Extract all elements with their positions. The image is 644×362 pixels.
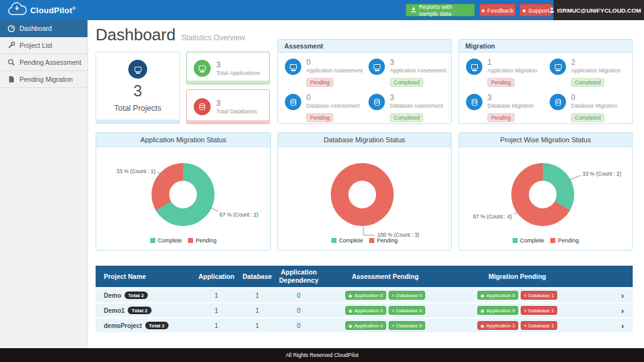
total-projects-card: 3 Total Projects [96,52,180,124]
database-icon [369,94,385,110]
app-badge-icon: ◉ [348,324,352,328]
status-badge: Completed [390,113,423,122]
reports-sample-data-button[interactable]: Reports with sample data [406,4,475,16]
db-badge-icon: ≡ [392,293,394,298]
app-migration-completed-stat: 2 Application Migration Completed [550,59,621,87]
assessment-database-badge: ≡Database 0 [389,321,425,330]
support-button[interactable]: ◆ Support [519,4,552,16]
donut-chart[interactable] [511,163,574,226]
sidebar-item-pending-migration[interactable]: Pending Migration [0,71,87,88]
chart-title: Application Migration Status [96,133,270,147]
table-row[interactable]: demoProject Total 2 1 1 0 ◉Application 0… [96,319,633,332]
col-application: Application [195,273,238,280]
feedback-button[interactable]: ◆ Feedback [479,4,516,16]
col-migration-pending: Migration Pending [450,273,585,280]
db-assessment-completed-stat: 3 Database Assessment Completed [369,94,443,122]
legend-pending-swatch [188,238,193,243]
app-badge-icon: ◉ [480,293,484,298]
assessment-database-badge: ≡Database 0 [389,291,425,300]
chart-annotation: 67 % (Count : 2) [219,212,258,218]
migration-panel-title: Migration [459,40,632,53]
chart-annotation: 67 % (Count : 4) [464,213,512,220]
legend-pending-swatch [369,238,374,243]
footer-text: All Rights Reserved CloudPilot [286,352,358,358]
assessment-database-badge: ≡Database 0 [389,306,425,315]
page-title: Dashboard [96,25,175,45]
db-migration-completed-stat: 0 Database Migration Completed [550,94,618,122]
assessment-application-badge: ◉Application 0 [345,291,386,300]
download-icon [411,7,416,14]
legend-complete-swatch [150,238,155,243]
projects-table: Project Name Application Database Applic… [96,266,633,332]
sidebar-item-pending-assessment[interactable]: Pending Assessment [0,54,87,71]
cloudpilot-dashboard: CloudPilot® Reports with sample data ◆ F… [0,0,644,362]
annotation-line [364,235,375,235]
col-assessment-pending: Assessment Pending [321,273,450,280]
applications-monitor-icon [194,60,211,77]
main-content: Dashboard Statistics Overview 3 Total Pr… [88,20,644,348]
assessment-panel: Assessment 0 Application Assessment Pend… [277,39,452,124]
monitor-icon [466,59,482,75]
status-badge: Pending [487,113,514,122]
table-row[interactable]: Demo Total 2 1 1 0 ◉Application 0 ≡Datab… [96,288,633,302]
page-header: Dashboard Statistics Overview [96,25,245,45]
status-badge: Completed [571,113,604,122]
db-badge-icon: ≡ [392,324,394,328]
annotation-line [570,175,580,180]
cloud-download-icon [6,1,28,19]
status-badge: Pending [306,113,333,122]
status-badge: Pending [306,78,333,87]
chart-title: Project Wise Migration Status [459,133,632,147]
migration-application-badge: ◉Application 0 [477,306,518,315]
user-menu[interactable]: ISRMUC@UNIFYCLOUD.COM ▼ [553,0,644,20]
app-badge-icon: ◉ [480,308,484,313]
legend-complete-swatch [331,238,336,243]
feedback-icon: ◆ [481,8,484,13]
sidebar-item-dashboard[interactable]: Dashboard [0,20,87,37]
search-icon [8,59,15,66]
col-application-dependency: Application Dependency [277,268,321,285]
app-badge-icon: ◉ [480,324,484,328]
chart-title: Database Migration Status [278,133,451,147]
sidebar-item-project-list[interactable]: Project List [0,37,87,54]
legend-pending-swatch [550,238,555,243]
app-badge-icon: ◉ [348,293,352,298]
row-chevron-icon[interactable]: › [621,291,624,300]
monitor-icon [369,59,385,75]
dashboard-gauge-icon [8,25,15,32]
table-row[interactable]: Demo1 Total 2 1 1 0 ◉Application 0 ≡Data… [96,303,633,317]
database-icon [466,94,482,110]
migration-database-badge: ≡Database 1 [521,291,557,300]
support-icon: ◆ [523,8,526,13]
donut-chart[interactable] [152,163,214,226]
table-header: Project Name Application Database Applic… [96,266,633,287]
brand-logo[interactable]: CloudPilot® [6,1,75,19]
assessment-application-badge: ◉Application 0 [345,306,386,315]
chart-legend: Complete Pending [278,237,451,244]
db-assessment-pending-stat: 0 Database Assessment Pending [285,94,360,122]
projects-monitor-icon [128,60,147,79]
monitor-icon [285,59,301,75]
total-projects-value: 3 [96,82,179,100]
total-badge: Total 2 [125,291,148,299]
sidebar: Dashboard Project List Pending Assessmen… [0,20,88,348]
top-navbar: CloudPilot® Reports with sample data ◆ F… [0,0,644,20]
chart-legend: Complete Pending [459,237,632,244]
db-badge-icon: ≡ [524,293,526,298]
total-databases-card: 3 Total Databases [186,89,270,124]
file-icon [8,76,15,83]
database-icon [550,94,566,110]
databases-db-icon [194,98,211,115]
row-chevron-icon[interactable]: › [621,306,624,315]
donut-chart[interactable] [331,163,394,226]
project-name: Demo [104,292,121,299]
row-chevron-icon[interactable]: › [621,321,624,331]
chart-annotation: 33 % (Count : 2) [582,171,621,177]
total-projects-label: Total Projects [96,104,179,113]
migration-panel: Migration 1 Application Migration Pendin… [458,39,633,124]
assessment-application-badge: ◉Application 0 [345,321,386,330]
db-badge-icon: ≡ [524,324,526,328]
chart-legend: Complete Pending [96,237,270,244]
user-icon [549,7,555,14]
wrench-icon [8,42,15,49]
